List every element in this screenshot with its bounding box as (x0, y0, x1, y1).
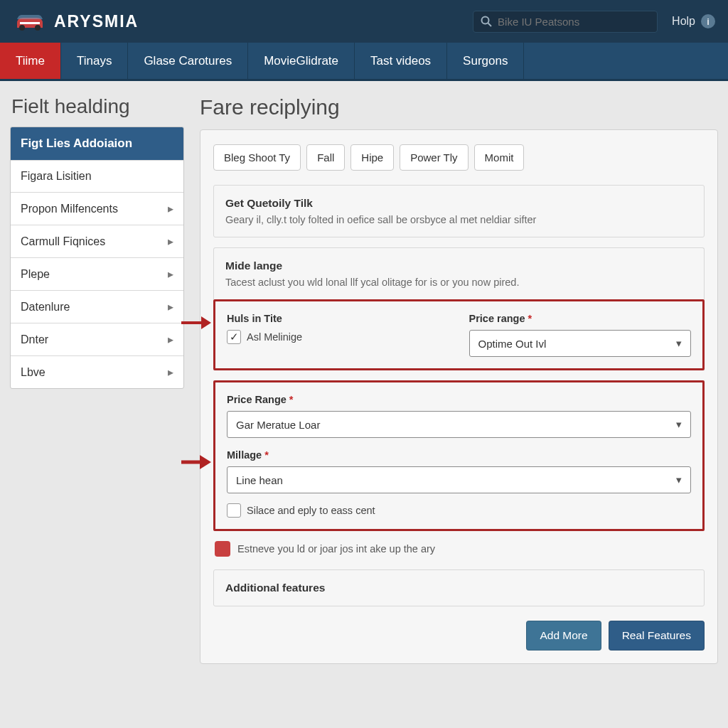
svg-point-0 (19, 25, 25, 31)
nav-item-4[interactable]: Tast videos (355, 43, 447, 79)
header-search[interactable] (473, 11, 658, 33)
chevron-right-icon: ▸ (168, 365, 173, 379)
alert-icon (215, 541, 230, 557)
action-bar: Add More Real Features (200, 606, 717, 651)
top-header: ARYSMIA Holp i (0, 0, 728, 43)
asl-melinige-checkbox[interactable]: ✓ (227, 330, 241, 344)
side-item-2[interactable]: Carmull Fiqnices▸ (11, 225, 183, 257)
svg-line-4 (488, 23, 492, 27)
side-item-label: Datenlure (21, 301, 70, 314)
section-title: Mide lange (225, 259, 692, 272)
main-nav: Tiime Tinays Glase Carotures MovieGlidra… (0, 43, 728, 81)
highlight-box-2: Price Range Gar Meratue Loar ▾ Millage L… (213, 380, 705, 531)
brand-logo: ARYSMIA (13, 9, 139, 33)
side-item-label: Propon Milfencents (21, 203, 118, 215)
help-link[interactable]: Holp i (672, 14, 715, 28)
add-more-button[interactable]: Add More (526, 621, 601, 651)
nav-item-5[interactable]: Surgons (447, 43, 524, 79)
pill-tabs: Bleg Shoot Ty Fall Hipe Power Tly Momit (200, 130, 717, 175)
select-value: Line hean (236, 474, 283, 486)
select-value: Gar Meratue Loar (236, 419, 320, 431)
search-icon (481, 16, 492, 27)
side-item-label: Plepe (21, 268, 50, 281)
left-heading: Fielt healding (10, 91, 184, 127)
silace-checkbox[interactable] (227, 503, 241, 518)
svg-marker-6 (201, 316, 211, 329)
side-item-1[interactable]: Propon Milfencents▸ (11, 192, 183, 225)
chevron-right-icon: ▸ (168, 300, 173, 314)
chevron-right-icon: ▸ (168, 267, 173, 281)
highlight-box-1: Huls in Tite ✓ Asl Melinige Price range … (213, 299, 705, 370)
price-range-select[interactable]: Optime Out Ivl ▾ (469, 330, 692, 357)
side-item-5[interactable]: Dnter▸ (11, 323, 183, 355)
side-item-label: Figara Lisitien (21, 170, 92, 183)
additional-features-section: Additional features (213, 569, 705, 606)
help-label: Holp (672, 15, 695, 28)
side-item-label: Carmull Fiqnices (21, 235, 105, 248)
chevron-down-icon: ▾ (676, 337, 682, 350)
price-range-select-2[interactable]: Gar Meratue Loar ▾ (227, 411, 691, 438)
section-desc: Tacest aclust you wld lonal llf ycal oli… (225, 277, 692, 288)
pill-0[interactable]: Bleg Shoot Ty (213, 144, 301, 171)
pill-2[interactable]: Hipe (350, 144, 394, 171)
section-title: Get Quetoily Tilk (225, 197, 692, 210)
nav-item-1[interactable]: Tinays (61, 43, 128, 79)
select-value: Optime Out Ivl (478, 338, 547, 350)
side-item-label: Dnter (21, 333, 48, 346)
side-menu: Figt Lies Addoiaion Figara Lisitien Prop… (10, 127, 184, 389)
side-menu-header: Figt Lies Addoiaion (11, 127, 183, 160)
nav-item-0[interactable]: Tiime (0, 43, 61, 79)
real-features-button[interactable]: Real Features (609, 621, 705, 651)
price-range-label: Price range (469, 313, 692, 324)
side-item-6[interactable]: Lbve▸ (11, 355, 183, 388)
section-mide: Mide lange Tacest aclust you wld lonal l… (213, 247, 705, 299)
car-icon (13, 9, 47, 33)
pill-1[interactable]: Fall (306, 144, 345, 171)
price-range-label-2: Price Range (227, 394, 691, 405)
millage-label: Millage (227, 449, 691, 461)
svg-point-1 (35, 25, 41, 31)
pill-4[interactable]: Momit (474, 144, 525, 171)
svg-marker-8 (200, 455, 211, 469)
svg-rect-2 (20, 22, 40, 24)
page-title: Fare reciplying (200, 91, 718, 129)
chevron-right-icon: ▸ (168, 333, 173, 346)
pill-3[interactable]: Power Tly (400, 144, 468, 171)
millage-select[interactable]: Line hean ▾ (227, 466, 691, 493)
huls-title-label: Huls in Tite (227, 313, 449, 324)
help-icon: i (701, 14, 715, 28)
checkbox-label: Silace and eply to eass cent (247, 505, 375, 516)
checkbox-label: Asl Melinige (247, 331, 302, 343)
nav-item-2[interactable]: Glase Carotures (128, 43, 248, 79)
side-item-3[interactable]: Plepe▸ (11, 257, 183, 290)
side-item-0[interactable]: Figara Lisitien (11, 160, 183, 192)
note-text: Estneve you ld or joar jos int ake up th… (237, 543, 435, 555)
form-card: Bleg Shoot Ty Fall Hipe Power Tly Momit … (200, 129, 718, 664)
section-desc: Geary il, clly.t toly folted in oefice s… (225, 214, 692, 225)
svg-point-3 (482, 17, 489, 24)
arrow-icon (180, 454, 211, 473)
chevron-down-icon: ▾ (676, 418, 682, 431)
chevron-right-icon: ▸ (168, 235, 173, 248)
search-input[interactable] (498, 16, 650, 28)
side-item-4[interactable]: Datenlure▸ (11, 290, 183, 323)
chevron-right-icon: ▸ (168, 202, 173, 215)
brand-text: ARYSMIA (54, 12, 139, 31)
arrow-icon (180, 314, 211, 333)
chevron-down-icon: ▾ (676, 473, 682, 486)
section-quetoily: Get Quetoily Tilk Geary il, clly.t toly … (213, 185, 705, 237)
side-item-label: Lbve (21, 366, 46, 379)
note-line: Estneve you ld or joar jos int ake up th… (213, 541, 705, 557)
nav-item-3[interactable]: MovieGlidrate (248, 43, 355, 79)
